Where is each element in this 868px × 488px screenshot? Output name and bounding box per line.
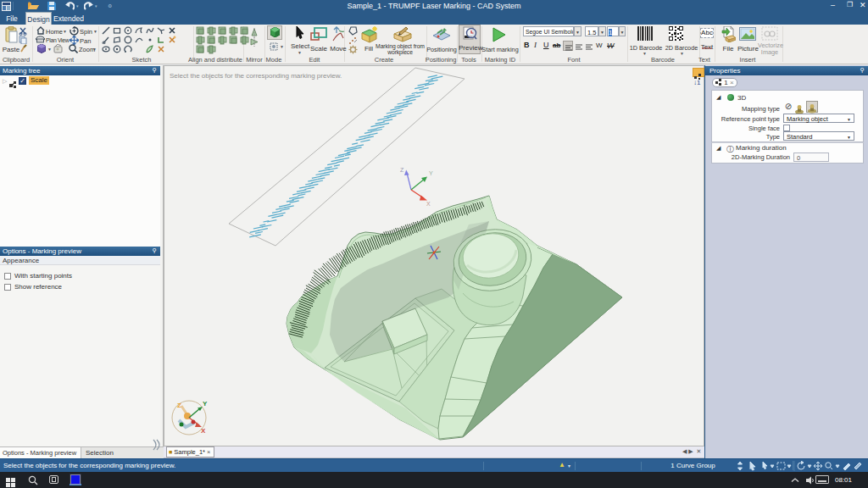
- svg-text:X: X: [426, 201, 431, 207]
- svg-text:Y: Y: [429, 170, 433, 176]
- svg-text:Y: Y: [203, 400, 208, 408]
- svg-text:Z: Z: [177, 402, 181, 409]
- svg-text:Z: Z: [400, 167, 404, 173]
- svg-text:X: X: [201, 427, 206, 435]
